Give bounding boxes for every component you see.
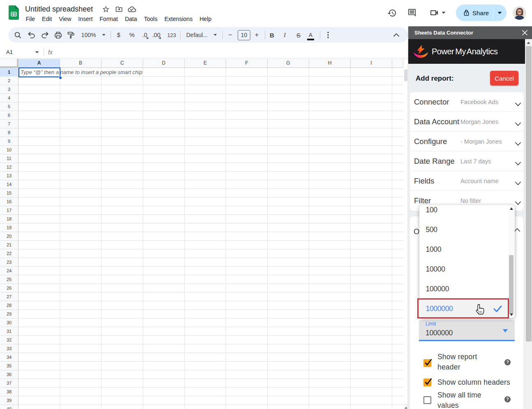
row-header-21[interactable]: 21: [0, 241, 18, 249]
sidebar-scrollbar-thumb[interactable]: [526, 46, 532, 342]
row-header-17[interactable]: 17: [0, 206, 18, 215]
row-header-24[interactable]: 24: [0, 267, 18, 275]
setting-row-configure[interactable]: Configure- Morgan Jones: [410, 132, 523, 151]
column-header-C[interactable]: C: [102, 59, 143, 68]
increase-decimals-button[interactable]: .00: [150, 27, 162, 43]
column-header-H[interactable]: H: [309, 59, 351, 68]
row-header-6[interactable]: 6: [0, 111, 18, 120]
fill-handle[interactable]: [59, 76, 62, 79]
row-header-20[interactable]: 20: [0, 232, 18, 241]
cancel-button[interactable]: Cancel: [490, 71, 518, 86]
help-icon[interactable]: ?: [504, 359, 511, 365]
row-header-38[interactable]: 38: [0, 388, 18, 396]
meet-icon[interactable]: [429, 7, 439, 18]
meet-caret-icon[interactable]: [441, 7, 446, 18]
menu-format[interactable]: Format: [96, 15, 121, 23]
row-header-11[interactable]: 11: [0, 154, 18, 163]
row-header-32[interactable]: 32: [0, 336, 18, 344]
setting-row-date-range[interactable]: Date RangeLast 7 days: [410, 151, 523, 171]
row-header-2[interactable]: 2: [0, 77, 18, 85]
dropdown-scrollbar-thumb[interactable]: [509, 255, 513, 314]
dropdown-option-10000[interactable]: 10000: [419, 259, 508, 279]
column-header-D[interactable]: D: [143, 59, 185, 68]
row-header-36[interactable]: 36: [0, 370, 18, 379]
menu-view[interactable]: View: [56, 15, 75, 23]
sheets-logo[interactable]: [9, 5, 19, 21]
increase-font-size-button[interactable]: +: [253, 27, 261, 43]
checkbox-checked[interactable]: [423, 379, 431, 386]
row-header-10[interactable]: 10: [0, 146, 18, 154]
row-header-28[interactable]: 28: [0, 301, 18, 310]
row-header-15[interactable]: 15: [0, 189, 18, 198]
row-header-14[interactable]: 14: [0, 180, 18, 189]
dropdown-scroll-down-icon[interactable]: [510, 314, 513, 316]
dropdown-scroll-up-icon[interactable]: [510, 207, 513, 210]
cloud-saved-icon[interactable]: [128, 5, 136, 13]
setting-row-fields[interactable]: FieldsAccount name: [410, 171, 523, 191]
row-header-34[interactable]: 34: [0, 353, 18, 362]
limit-select[interactable]: Limit 1000000: [419, 320, 515, 341]
star-icon[interactable]: [102, 5, 110, 13]
menu-insert[interactable]: Insert: [75, 15, 96, 23]
strikethrough-button[interactable]: S: [294, 27, 303, 43]
undo-icon[interactable]: [27, 27, 37, 43]
name-box[interactable]: A1: [6, 46, 13, 58]
scrollbar-up-icon[interactable]: [527, 42, 530, 44]
search-icon[interactable]: [13, 27, 23, 43]
column-header-I[interactable]: I: [351, 59, 392, 68]
grid-cells[interactable]: [19, 68, 403, 409]
font-size-input[interactable]: 10: [237, 27, 251, 43]
share-dropdown-caret[interactable]: [497, 12, 502, 14]
column-header-A[interactable]: A: [19, 59, 60, 68]
row-header-22[interactable]: 22: [0, 249, 18, 258]
row-header-13[interactable]: 13: [0, 172, 18, 180]
row-header-29[interactable]: 29: [0, 310, 18, 318]
name-box-caret-icon[interactable]: [35, 51, 39, 53]
help-icon[interactable]: ?: [504, 396, 511, 402]
row-header-9[interactable]: 9: [0, 137, 18, 146]
menu-data[interactable]: Data: [121, 15, 141, 23]
row-header-37[interactable]: 37: [0, 379, 18, 388]
share-button[interactable]: Share: [456, 5, 507, 21]
more-formats-button[interactable]: 123: [166, 27, 178, 43]
comment-icon[interactable]: [407, 7, 417, 18]
text-color-button[interactable]: A: [306, 27, 315, 43]
row-header-27[interactable]: 27: [0, 293, 18, 301]
column-header-E[interactable]: E: [185, 59, 226, 68]
menu-edit[interactable]: Edit: [39, 15, 56, 23]
chevron-down-icon[interactable]: [515, 199, 521, 207]
row-header-30[interactable]: 30: [0, 318, 18, 327]
bold-button[interactable]: B: [268, 27, 277, 43]
setting-row-connector[interactable]: ConnectorFacebook Ads: [410, 92, 523, 112]
grid-scroll-up-button[interactable]: [404, 404, 409, 409]
print-icon[interactable]: [53, 27, 63, 43]
dropdown-option-1000[interactable]: 1000: [419, 239, 508, 259]
menu-file[interactable]: File: [22, 15, 39, 23]
dropdown-option-100[interactable]: 100: [419, 205, 508, 220]
zoom-select[interactable]: 100%: [79, 27, 98, 43]
row-header-4[interactable]: 4: [0, 94, 18, 102]
row-header-40[interactable]: 40: [0, 405, 18, 409]
column-header-F[interactable]: F: [226, 59, 268, 68]
row-header-1[interactable]: 1: [0, 68, 18, 77]
format-percent-button[interactable]: %: [127, 27, 136, 43]
row-header-23[interactable]: 23: [0, 258, 18, 267]
setting-row-data-account[interactable]: Data AccountMorgan Jones: [410, 112, 523, 132]
chevron-down-icon[interactable]: [515, 120, 521, 128]
menu-tools[interactable]: Tools: [141, 15, 161, 23]
row-header-7[interactable]: 7: [0, 120, 18, 128]
more-options-icon[interactable]: [324, 27, 333, 43]
decrease-decimals-button[interactable]: .0: [140, 27, 150, 43]
row-header-31[interactable]: 31: [0, 327, 18, 336]
row-header-3[interactable]: 3: [0, 85, 18, 94]
doc-title[interactable]: Untitled spreadsheet: [25, 5, 93, 14]
checkbox-unchecked[interactable]: [423, 396, 431, 404]
version-history-icon[interactable]: [386, 7, 397, 18]
options-collapse-icon[interactable]: [514, 228, 520, 232]
redo-icon[interactable]: [40, 27, 50, 43]
avatar[interactable]: [513, 6, 526, 20]
formula-bar[interactable]: A1 fx: [0, 46, 408, 58]
move-folder-icon[interactable]: [115, 5, 123, 13]
column-header-G[interactable]: G: [268, 59, 309, 68]
chevron-down-icon[interactable]: [515, 160, 521, 167]
